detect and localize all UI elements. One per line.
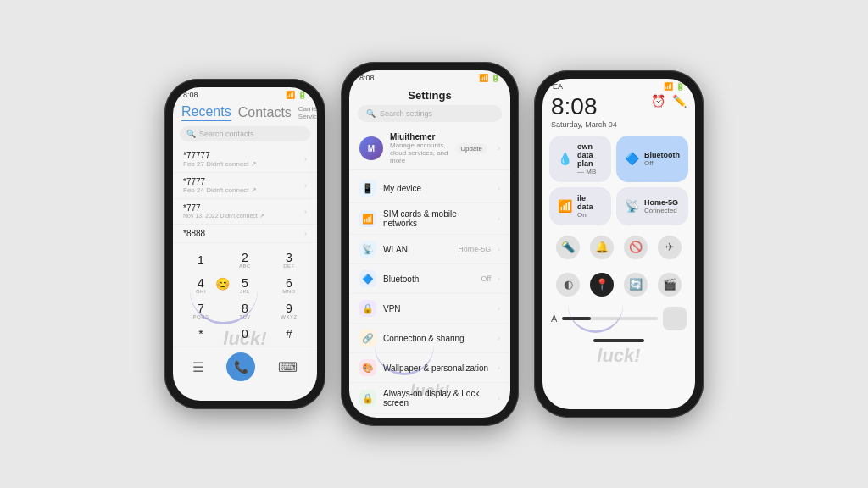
notification-btn[interactable]: 🔔	[590, 236, 614, 259]
recent-calls-list: *77777 Feb 27 Didn't connect ↗ › *7777 F…	[173, 147, 317, 243]
phone-3: EA 📶 🔋 8:08 Saturday, March 04 ⏰ ✏️ 💧 ow…	[534, 70, 704, 418]
status-bar-1: 8:08 📶 🔋	[173, 87, 317, 101]
settings-item-display[interactable]: 📺 Display ›	[349, 414, 510, 418]
invert-btn[interactable]: ◐	[556, 273, 580, 297]
dial-5[interactable]: 5JKL	[224, 274, 266, 297]
profile-section[interactable]: M Miuithemer Manage accounts, cloud serv…	[349, 127, 510, 170]
status-time-1: 8:08	[183, 91, 198, 99]
location-btn[interactable]: 📍	[590, 273, 614, 297]
p1-search-placeholder: Search contacts	[199, 130, 254, 138]
settings-item-bluetooth[interactable]: 🔷 Bluetooth Off ›	[349, 264, 510, 294]
call-button[interactable]: 📞	[226, 352, 255, 381]
status-bar-2: 8:08 📶 🔋	[349, 70, 510, 84]
settings-item-connection[interactable]: 🔗 Connection & sharing ›	[349, 324, 510, 353]
dial-8[interactable]: 8TUV	[224, 299, 266, 323]
camera-btn[interactable]: 🎬	[658, 273, 682, 297]
tab-recents[interactable]: Recents	[181, 104, 231, 121]
settings-item-mydevice[interactable]: 📱 My device ›	[349, 174, 510, 203]
settings-search-bar[interactable]: 🔍 Search settings	[358, 105, 502, 122]
edit-icon[interactable]: ✏️	[672, 94, 687, 108]
recent-item-4[interactable]: *8888 ›	[173, 225, 317, 243]
settings-item-sim[interactable]: 📶 SIM cards & mobile networks ›	[349, 203, 510, 235]
update-badge: Update	[455, 143, 487, 154]
dial-2[interactable]: 2ABC	[224, 248, 266, 272]
quick-tile-bluetooth[interactable]: 🔷 Bluetooth Off	[616, 136, 688, 182]
bluetooth-label: Bluetooth	[383, 274, 474, 284]
dial-4[interactable]: 4GHI	[180, 274, 222, 297]
settings-item-vpn[interactable]: 🔒 VPN ›	[349, 294, 510, 324]
airplane-btn[interactable]: ✈	[658, 236, 682, 259]
quick-tiles-grid: 💧 own data plan — MB 🔷 Bluetooth Off 📶 i…	[542, 132, 695, 229]
alarm-icon[interactable]: ⏰	[651, 94, 665, 108]
phone-2: 8:08 📶 🔋 Settings 🔍 Search settings M Mi…	[341, 62, 519, 426]
status-icons-1: 📶 🔋	[286, 91, 307, 99]
bluetooth-tile-icon: 🔷	[625, 152, 639, 165]
dial-hash[interactable]: #	[268, 324, 310, 343]
dial-1[interactable]: 1	[180, 248, 222, 272]
menu-icon[interactable]: ☰	[192, 359, 204, 375]
wallpaper-icon: 🎨	[359, 359, 376, 376]
dial-star[interactable]: *	[180, 324, 222, 343]
chevron-right-profile: ›	[498, 144, 500, 152]
tab-carrier[interactable]: Carrier Services	[298, 105, 317, 120]
wallpaper-label: Wallpaper & personalization	[383, 363, 491, 373]
dialpad: 1 2ABC 3DEF 4GHI 5JKL 6MNO 7PQRS 8TUV 9W…	[173, 245, 317, 347]
settings-title: Settings	[349, 84, 510, 105]
brightness-fill	[562, 317, 591, 320]
brightness-track[interactable]	[562, 317, 658, 320]
flashlight-btn[interactable]: 🔦	[556, 236, 580, 259]
dnd-btn[interactable]: 🚫	[624, 236, 648, 259]
quick-tile-data[interactable]: 💧 own data plan — MB	[549, 136, 611, 182]
dial-3[interactable]: 3DEF	[268, 248, 310, 272]
carrier-label: EA	[553, 82, 563, 91]
brightness-end	[663, 307, 687, 330]
settings-item-aod[interactable]: 🔒 Always-on display & Lock screen ›	[349, 383, 510, 414]
recent-date-3: Nov 13, 2022 Didn't connect ↗	[183, 213, 264, 219]
recent-item-3[interactable]: *777 Nov 13, 2022 Didn't connect ↗ ›	[173, 199, 317, 225]
chevron-sim: ›	[498, 215, 500, 223]
data-plan-text: own data plan — MB	[577, 142, 603, 175]
p1-search-bar[interactable]: 🔍 Search contacts	[180, 126, 310, 141]
aod-icon: 🔒	[359, 390, 376, 407]
sim-label: SIM cards & mobile networks	[383, 209, 491, 228]
chevron-right-icon-2: ›	[304, 181, 307, 190]
connection-label: Connection & sharing	[383, 334, 491, 343]
brightness-row: A	[542, 303, 695, 334]
tab-contacts[interactable]: Contacts	[238, 105, 292, 120]
wlan-value: Home-5G	[458, 245, 491, 253]
home-indicator-3[interactable]	[593, 339, 644, 342]
profile-avatar: M	[359, 136, 383, 160]
search-icon-p1: 🔍	[186, 130, 196, 138]
chevron-wallpaper: ›	[498, 364, 500, 372]
mobile-data-text: ile data On	[577, 194, 603, 219]
settings-item-wlan[interactable]: 📡 WLAN Home-5G ›	[349, 235, 510, 264]
quick-icon-row-2: ◐ 📍 🔄 🎬	[542, 266, 695, 303]
bluetooth-icon: 🔷	[359, 270, 376, 287]
wifi-tile-text: Home-5G Connected	[644, 198, 678, 214]
data-plan-icon: 💧	[558, 152, 572, 165]
settings-item-wallpaper[interactable]: 🎨 Wallpaper & personalization ›	[349, 353, 510, 383]
chevron-right-icon-4: ›	[304, 230, 307, 238]
recent-item-2[interactable]: *7777 Feb 24 Didn't connect ↗ ›	[173, 173, 317, 199]
dial-9[interactable]: 9WXYZ	[268, 299, 310, 323]
recent-item-1[interactable]: *77777 Feb 27 Didn't connect ↗ ›	[173, 147, 317, 173]
dial-7[interactable]: 7PQRS	[180, 299, 222, 323]
keyboard-icon[interactable]: ⌨	[278, 359, 298, 375]
luck-watermark-3: luck!	[542, 345, 695, 367]
rotate-btn[interactable]: 🔄	[624, 273, 648, 297]
recent-num-4: *8888	[183, 229, 205, 238]
wlan-icon: 📡	[359, 241, 376, 258]
quick-tile-mobiledata[interactable]: 📶 ile data On	[549, 187, 611, 225]
quick-tile-wifi[interactable]: 📡 Home-5G Connected	[616, 187, 688, 225]
dial-0[interactable]: 0	[224, 324, 266, 343]
quick-icon-row-1: 🔦 🔔 🚫 ✈	[542, 229, 695, 266]
settings-list: 📱 My device › 📶 SIM cards & mobile netwo…	[349, 174, 510, 418]
bluetooth-tile-text: Bluetooth Off	[644, 151, 680, 167]
wifi-tile-icon: 📡	[625, 199, 639, 213]
status-icons-3: 📶 🔋	[664, 82, 685, 91]
phone-2-screen: 8:08 📶 🔋 Settings 🔍 Search settings M Mi…	[349, 70, 510, 418]
profile-subtitle: Manage accounts, cloud services, and mor…	[390, 141, 448, 164]
chevron-aod: ›	[498, 395, 500, 402]
dial-6[interactable]: 6MNO	[268, 274, 310, 297]
status-time-2: 8:08	[359, 74, 375, 82]
